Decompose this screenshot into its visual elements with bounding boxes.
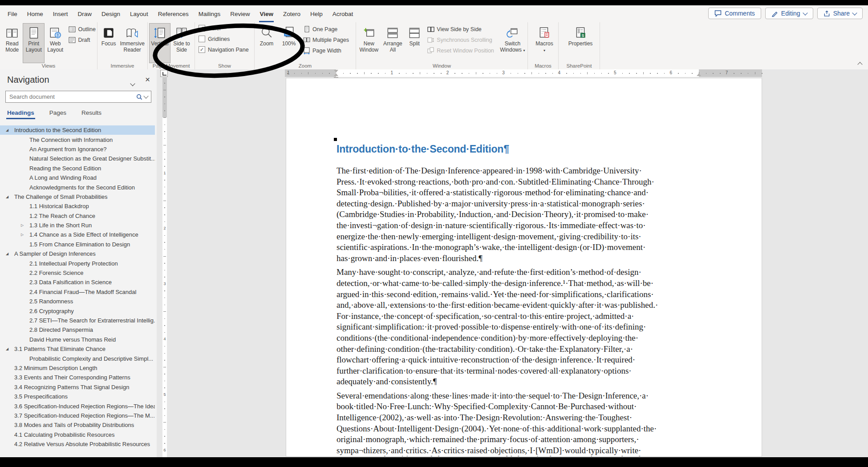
- macros-button[interactable]: Macros▾: [531, 23, 557, 63]
- nav-heading-item[interactable]: Acknowledgments for the Second Edition: [0, 182, 155, 192]
- ruler-checkbox-row[interactable]: ✓ Ruler: [199, 24, 254, 33]
- hanging-indent-marker[interactable]: [334, 73, 338, 76]
- expand-triangle-icon[interactable]: ▷: [21, 233, 24, 237]
- tab-file[interactable]: File: [3, 5, 22, 22]
- share-button[interactable]: Share: [817, 8, 863, 19]
- nav-heading-item[interactable]: 4.2 Relative Versus Absolute Probabilist…: [0, 439, 155, 449]
- collapse-ribbon-chevron-icon[interactable]: [858, 61, 862, 68]
- document-page[interactable]: Introduction·to·the·Second·Edition¶ The·…: [286, 78, 762, 457]
- paragraph[interactable]: The·first·edition·of·The·Design·Inferenc…: [337, 165, 706, 264]
- nav-heading-item[interactable]: A Long and Winding Road: [0, 173, 155, 182]
- nav-heading-item[interactable]: ▷1.4 Chance as a Side Effect of Intellig…: [0, 230, 155, 239]
- split-button[interactable]: Split: [405, 23, 424, 63]
- nav-tab-headings[interactable]: Headings: [7, 109, 34, 119]
- tab-review[interactable]: Review: [225, 5, 255, 22]
- nav-heading-item[interactable]: 2.4 Financial Fraud—The Madoff Scandal: [0, 287, 155, 297]
- comments-button[interactable]: Comments: [708, 8, 761, 19]
- nav-heading-item[interactable]: An Argument from Ignorance?: [0, 145, 155, 154]
- zoom-100-button[interactable]: 100 100%: [277, 23, 300, 63]
- tab-layout[interactable]: Layout: [125, 5, 153, 22]
- ruler-checkbox[interactable]: ✓: [199, 25, 205, 32]
- nav-heading-item[interactable]: 4.1 Calculating Probabilistic Resources: [0, 430, 155, 439]
- navigation-pane-checkbox[interactable]: ✓: [199, 46, 205, 53]
- collapse-triangle-icon[interactable]: ◢: [6, 252, 8, 256]
- one-page-button[interactable]: One Page: [303, 25, 349, 33]
- search-input[interactable]: [6, 93, 136, 100]
- nav-heading-item[interactable]: David Hume versus Thomas Reid: [0, 335, 155, 344]
- navigation-pane-close-icon[interactable]: ×: [145, 75, 150, 85]
- nav-heading-item[interactable]: 2.5 Randomness: [0, 297, 155, 306]
- search-options-chevron-icon[interactable]: [143, 93, 148, 98]
- paragraph[interactable]: Several·emendations·along·these·lines·ma…: [337, 391, 706, 456]
- tab-acrobat[interactable]: Acrobat: [328, 5, 358, 22]
- nav-heading-item[interactable]: 2.3 Data Falsification in Science: [0, 278, 155, 287]
- nav-heading-item[interactable]: 3.5 Prespecifications: [0, 392, 155, 401]
- collapse-triangle-icon[interactable]: ◢: [6, 128, 8, 132]
- nav-heading-item[interactable]: 2.7 SETI—The Search for Extraterrestrial…: [0, 316, 155, 325]
- nav-heading-item[interactable]: 3.8 Modes and Tails of Probability Distr…: [0, 420, 155, 430]
- view-side-by-side-button[interactable]: View Side by Side: [427, 25, 499, 33]
- nav-heading-item[interactable]: ◢Introduction to the Second Edition: [0, 125, 155, 135]
- zoom-button[interactable]: Zoom: [256, 23, 277, 63]
- navigation-pane-checkbox-row[interactable]: ✓ Navigation Pane: [199, 45, 254, 54]
- properties-button[interactable]: S Properties: [565, 23, 596, 63]
- nav-heading-item[interactable]: 2.6 Cryptography: [0, 306, 155, 315]
- horizontal-ruler[interactable]: 12345617: [285, 69, 762, 77]
- nav-heading-item[interactable]: 2.2 Forensic Science: [0, 268, 155, 278]
- nav-heading-item[interactable]: 1.5 From Chance Elimination to Design: [0, 240, 155, 249]
- nav-heading-item[interactable]: ◢A Sampler of Design Inferences: [0, 249, 155, 258]
- nav-heading-item[interactable]: 1.1 Historical Backdrop: [0, 201, 155, 211]
- tab-mailings[interactable]: Mailings: [194, 5, 226, 22]
- web-layout-button[interactable]: Web Layout: [45, 23, 66, 63]
- tab-references[interactable]: References: [153, 5, 194, 22]
- nav-heading-item[interactable]: Reading the Second Edition: [0, 164, 155, 173]
- tab-help[interactable]: Help: [305, 5, 328, 22]
- editing-button[interactable]: Editing: [765, 8, 813, 19]
- collapse-triangle-icon[interactable]: ◢: [6, 347, 8, 351]
- nav-heading-item[interactable]: 3.3 Events and Their Corresponding Patte…: [0, 373, 155, 382]
- read-mode-button[interactable]: Read Mode: [1, 23, 23, 63]
- tab-home[interactable]: Home: [22, 5, 48, 22]
- new-window-button[interactable]: New Window: [357, 23, 381, 63]
- expand-triangle-icon[interactable]: ▷: [21, 223, 24, 227]
- nav-heading-item[interactable]: 3.7 Specification-Induced Rejection Regi…: [0, 411, 155, 420]
- immersive-reader-button[interactable]: Immersive Reader: [118, 23, 146, 63]
- tab-insert[interactable]: Insert: [48, 5, 73, 22]
- document-heading[interactable]: Introduction·to·the·Second·Edition¶: [337, 142, 706, 156]
- gridlines-checkbox-row[interactable]: Gridlines: [199, 34, 254, 44]
- nav-heading-item[interactable]: ▷1.3 Life in the Short Run: [0, 221, 155, 230]
- tab-design[interactable]: Design: [97, 5, 125, 22]
- nav-heading-item[interactable]: 3.6 Specification-Induced Rejection Regi…: [0, 401, 155, 411]
- nav-heading-item[interactable]: ◢The Challenge of Small Probabilities: [0, 192, 155, 201]
- nav-tab-pages[interactable]: Pages: [49, 109, 66, 119]
- paragraph[interactable]: Many·have·sought·to·conscript,·analyze,·…: [337, 267, 706, 387]
- outline-button[interactable]: Outline: [69, 25, 96, 33]
- nav-heading-item[interactable]: Probabilistic Complexity and Descriptive…: [0, 354, 155, 363]
- focus-button[interactable]: Focus: [99, 23, 118, 63]
- document-body[interactable]: Introduction·to·the·Second·Edition¶ The·…: [337, 142, 706, 457]
- nav-heading-item[interactable]: ◢3.1 Patterns That Eliminate Chance: [0, 344, 155, 354]
- nav-heading-item[interactable]: 3.4 Recognizing Patterns That Signal Des…: [0, 382, 155, 392]
- vertical-ruler[interactable]: 123456: [162, 77, 167, 457]
- nav-tab-results[interactable]: Results: [81, 109, 101, 119]
- switch-windows-button[interactable]: Switch Windows ▾: [499, 23, 526, 63]
- right-indent-marker[interactable]: [697, 73, 701, 76]
- search-icon[interactable]: [136, 94, 142, 100]
- nav-heading-item[interactable]: 2.8 Directed Panspermia: [0, 325, 155, 334]
- nav-heading-item[interactable]: Natural Selection as the Great Designer …: [0, 154, 155, 163]
- multiple-pages-button[interactable]: Multiple Pages: [303, 36, 349, 44]
- navigation-search-box[interactable]: [5, 91, 151, 103]
- tab-draw[interactable]: Draw: [73, 5, 97, 22]
- collapse-triangle-icon[interactable]: ◢: [6, 195, 8, 199]
- gridlines-checkbox[interactable]: [199, 36, 205, 42]
- nav-heading-item[interactable]: 3.2 Minimum Description Length: [0, 363, 155, 373]
- tab-stop-selector[interactable]: [160, 70, 168, 77]
- navigation-pane-chevron-icon[interactable]: [131, 79, 134, 87]
- vertical-button[interactable]: Vertical: [149, 23, 170, 63]
- print-layout-button[interactable]: Print Layout: [23, 23, 44, 63]
- page-width-button[interactable]: Page Width: [303, 46, 349, 55]
- arrange-all-button[interactable]: Arrange All: [381, 23, 406, 63]
- first-line-indent-marker[interactable]: [334, 70, 338, 72]
- tab-view[interactable]: View: [255, 5, 278, 22]
- nav-heading-item[interactable]: The Connection with Information: [0, 135, 155, 144]
